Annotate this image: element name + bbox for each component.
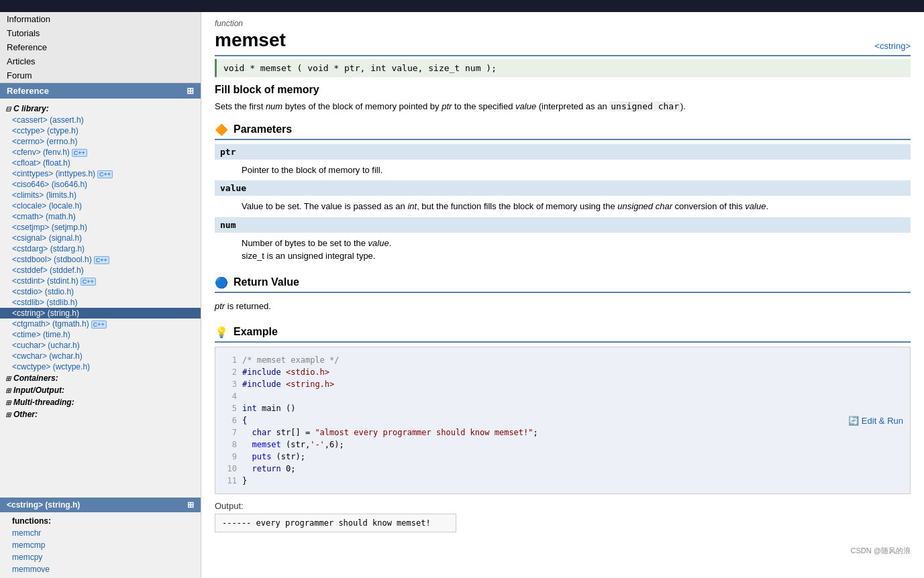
params-icon: 🔶 bbox=[215, 123, 228, 136]
tree-item-cerrno[interactable]: <cerrno> (errno.h) bbox=[0, 136, 201, 147]
fill-block-title: Fill block of memory bbox=[215, 84, 911, 96]
containers-header[interactable]: ⊞ Containers: bbox=[0, 372, 201, 384]
param-num-header: num bbox=[215, 217, 911, 233]
containers-toggle: ⊞ bbox=[5, 375, 11, 382]
tree-item-cwctype[interactable]: <cwctype> (wctype.h) bbox=[0, 361, 201, 372]
return-header-label: Return Value bbox=[234, 276, 299, 288]
tree-item-cmath[interactable]: <cmath> (math.h) bbox=[0, 211, 201, 222]
other-header[interactable]: ⊞ Other: bbox=[0, 408, 201, 420]
tree-item-cuchar[interactable]: <cuchar> (uchar.h) bbox=[0, 340, 201, 351]
params-table: ptr Pointer to the block of memory to fi… bbox=[215, 144, 911, 267]
return-rest: is returned. bbox=[225, 301, 271, 311]
tree-item-cinttypes[interactable]: <cinttypes> (inttypes.h)C++ bbox=[0, 168, 201, 179]
sidebar-functions: functions: memchr memcmp memcpy memmove bbox=[0, 512, 201, 578]
value-unsigned-char: unsigned char bbox=[617, 201, 672, 211]
multithreading-toggle: ⊞ bbox=[5, 399, 11, 406]
param-ptr-desc-text: Pointer to the block of memory to fill. bbox=[215, 160, 911, 181]
nav-reference[interactable]: Reference bbox=[0, 40, 201, 54]
example-block: 1/* memset example */ 2#include <stdio.h… bbox=[215, 347, 911, 494]
tree-item-cstring[interactable]: <cstring> (string.h) bbox=[0, 308, 201, 319]
tree-item-cassert[interactable]: <cassert> (assert.h) bbox=[0, 115, 201, 125]
top-nav bbox=[0, 0, 924, 12]
inputoutput-label: Input/Output: bbox=[13, 386, 64, 395]
param-value-desc: Value to be set. The value is passed as … bbox=[215, 196, 911, 217]
nav-articles[interactable]: Articles bbox=[0, 54, 201, 68]
param-num-name: num bbox=[215, 217, 911, 233]
tree-item-cstdbool[interactable]: <cstdbool> (stdbool.h)C++ bbox=[0, 254, 201, 265]
tree-item-cctype[interactable]: <cctype> (ctype.h) bbox=[0, 125, 201, 136]
func-memcpy[interactable]: memcpy bbox=[0, 551, 201, 563]
tree-item-csetjmp[interactable]: <csetjmp> (setjmp.h) bbox=[0, 222, 201, 233]
params-header-label: Parameters bbox=[234, 123, 292, 135]
page-title-bar: memset <cstring> bbox=[215, 30, 911, 56]
return-icon: 🔵 bbox=[215, 276, 228, 289]
c-library-header[interactable]: ⊟ C library: bbox=[0, 103, 201, 115]
example-header-label: Example bbox=[234, 326, 278, 338]
code-line-1: 1/* memset example */ bbox=[222, 354, 903, 366]
edit-run-icon: 🔄 bbox=[848, 415, 859, 425]
desc-unsigned: unsigned char bbox=[609, 101, 680, 111]
tree-item-clocale[interactable]: <clocale> (locale.h) bbox=[0, 200, 201, 211]
sidebar-ref-icon[interactable]: ⊞ bbox=[187, 86, 194, 96]
param-ptr-header: ptr bbox=[215, 144, 911, 160]
code-line-4: 4 bbox=[222, 390, 903, 402]
nav-forum[interactable]: Forum bbox=[0, 68, 201, 82]
edit-run-button[interactable]: 🔄 Edit & Run bbox=[848, 415, 903, 425]
c-library-section: ⊟ C library: <cassert> (assert.h) <cctyp… bbox=[0, 101, 201, 422]
inputoutput-header[interactable]: ⊞ Input/Output: bbox=[0, 384, 201, 396]
cstring-header-icon[interactable]: ⊞ bbox=[187, 500, 194, 510]
containers-label: Containers: bbox=[13, 373, 58, 383]
param-ptr-name: ptr bbox=[215, 144, 911, 160]
code-line-6: 6{ bbox=[222, 414, 903, 426]
param-value-name: value bbox=[215, 180, 911, 196]
tree-item-cstdio[interactable]: <cstdio> (stdio.h) bbox=[0, 286, 201, 297]
tree-item-csignal[interactable]: <csignal> (signal.h) bbox=[0, 233, 201, 243]
tree-item-cstdlib[interactable]: <cstdlib> (stdlib.h) bbox=[0, 297, 201, 308]
tree-item-ciso646[interactable]: <ciso646> (iso646.h) bbox=[0, 179, 201, 190]
example-section-header: 💡 Example bbox=[215, 326, 911, 343]
tree-item-cstdint[interactable]: <cstdint> (stdint.h)C++ bbox=[0, 276, 201, 286]
tree-item-climits[interactable]: <climits> (limits.h) bbox=[0, 190, 201, 200]
tree-item-cstdarg[interactable]: <cstdarg> (stdarg.h) bbox=[0, 243, 201, 254]
nav-tutorials[interactable]: Tutorials bbox=[0, 26, 201, 40]
param-num-desc: Number of bytes to be set to the value. … bbox=[215, 233, 911, 267]
cpp-badge: C++ bbox=[97, 170, 113, 178]
other-label: Other: bbox=[13, 410, 38, 419]
cpp-badge: C++ bbox=[81, 278, 96, 286]
func-memmove[interactable]: memmove bbox=[0, 563, 201, 575]
tree-item-cstddef[interactable]: <cstddef> (stddef.h) bbox=[0, 265, 201, 276]
return-ptr: ptr bbox=[215, 301, 225, 311]
cstring-header-title: <cstring> (string.h) bbox=[7, 500, 80, 510]
output-box: ------ every programmer should know mems… bbox=[215, 514, 456, 532]
tree-item-cwchar[interactable]: <cwchar> (wchar.h) bbox=[0, 351, 201, 361]
multithreading-header[interactable]: ⊞ Multi-threading: bbox=[0, 396, 201, 408]
num-value-ref: value bbox=[368, 238, 389, 248]
sidebar-ref-title: Reference bbox=[7, 86, 49, 96]
func-memcmp[interactable]: memcmp bbox=[0, 539, 201, 551]
tree-item-cfloat[interactable]: <cfloat> (float.h) bbox=[0, 158, 201, 168]
code-line-8: 8 memset (str,'-',6); bbox=[222, 439, 903, 451]
tree-item-ctgmath[interactable]: <ctgmath> (tgmath.h)C++ bbox=[0, 319, 201, 329]
edit-run-label: Edit & Run bbox=[862, 415, 903, 425]
tree-item-ctime[interactable]: <ctime> (time.h) bbox=[0, 329, 201, 340]
c-library-toggle: ⊟ bbox=[5, 105, 11, 113]
output-text: ------ every programmer should know mems… bbox=[222, 518, 431, 528]
nav-information[interactable]: Information bbox=[0, 12, 201, 26]
param-ptr-desc: Pointer to the block of memory to fill. bbox=[215, 160, 911, 181]
code-line-9: 9 puts (str); bbox=[222, 451, 903, 463]
page-title: memset bbox=[215, 30, 286, 51]
c-library-label: C library: bbox=[13, 104, 49, 113]
signature-text: void * memset ( void * ptr, int value, s… bbox=[223, 63, 497, 73]
value-value: value bbox=[745, 201, 766, 211]
sidebar-ref-header: Reference ⊞ bbox=[0, 83, 201, 99]
sidebar-cstring-header: <cstring> (string.h) ⊞ bbox=[0, 498, 201, 512]
tree-item-cfenv[interactable]: <cfenv> (fenv.h)C++ bbox=[0, 147, 201, 158]
sidebar: Information Tutorials Reference Articles… bbox=[0, 12, 201, 578]
page-type: function bbox=[215, 19, 911, 28]
code-line-3: 3#include <string.h> bbox=[222, 378, 903, 390]
func-memchr[interactable]: memchr bbox=[0, 527, 201, 539]
functions-label: functions: bbox=[0, 515, 201, 527]
sidebar-tree: ⊟ C library: <cassert> (assert.h) <cctyp… bbox=[0, 99, 201, 495]
code-line-2: 2#include <stdio.h> bbox=[222, 366, 903, 378]
code-line-10: 10 return 0; bbox=[222, 463, 903, 475]
